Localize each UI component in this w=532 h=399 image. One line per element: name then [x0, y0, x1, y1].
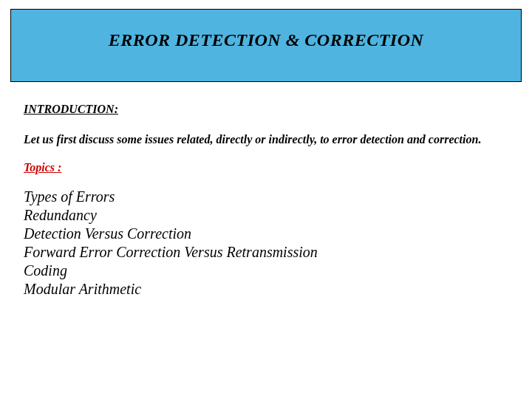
- topic-item: Detection Versus Correction: [24, 225, 508, 243]
- intro-text: Let us first discuss some issues related…: [24, 132, 508, 148]
- header-banner: ERROR DETECTION & CORRECTION: [10, 9, 522, 82]
- topics-heading: Topics :: [24, 161, 508, 174]
- topic-item: Modular Arithmetic: [24, 280, 508, 299]
- topic-item: Types of Errors: [24, 188, 508, 206]
- topic-item: Redundancy: [24, 206, 508, 225]
- content-area: INTRODUCTION: Let us first discuss some …: [0, 82, 532, 299]
- topic-item: Coding: [24, 262, 508, 280]
- page-title: ERROR DETECTION & CORRECTION: [18, 30, 514, 50]
- topics-list: Types of Errors Redundancy Detection Ver…: [24, 188, 508, 299]
- intro-heading: INTRODUCTION:: [24, 103, 508, 116]
- topic-item: Forward Error Correction Versus Retransm…: [24, 243, 508, 262]
